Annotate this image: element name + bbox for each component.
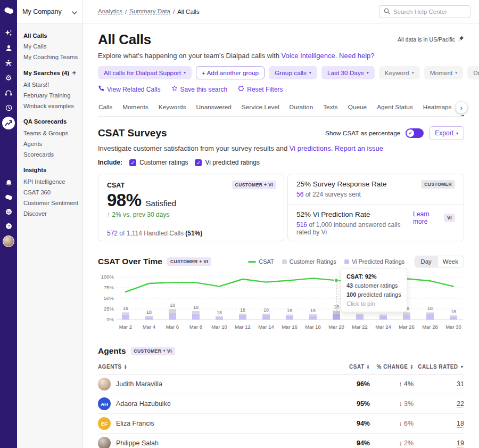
column-label: CSAT: [349, 364, 364, 370]
tooltip-line2: 100 predicted ratings: [346, 290, 401, 299]
vi-predictions-link[interactable]: Vi predictions.: [290, 144, 333, 152]
csat-over-time-chart[interactable]: 0%25%50%75%100%18Mar 218Mar 418Mar 618Ma…: [98, 272, 464, 333]
pin-icon[interactable]: [458, 36, 464, 43]
sidebar-item-teams-groups[interactable]: Teams & Groups: [23, 128, 76, 139]
user-avatar[interactable]: [3, 235, 14, 247]
caret-down-icon: ▾: [367, 70, 369, 75]
tab-agent-status[interactable]: Agent Status: [376, 100, 414, 116]
settings-icon[interactable]: ⚙: [0, 70, 17, 85]
sidebar-item-customer-sentiment[interactable]: Customer Sentiment: [23, 198, 76, 208]
analytics-active-icon[interactable]: [2, 117, 15, 129]
customer-ratings-checkbox-item[interactable]: ✓ Customer ratings: [129, 159, 188, 166]
legend-swatch: [282, 259, 287, 264]
chart-canvas[interactable]: 0%25%50%75%100%18Mar 218Mar 418Mar 618Ma…: [98, 272, 464, 333]
chip-label: Group calls: [275, 69, 307, 77]
cot-customer-vi-badge: CUSTOMER + VI: [167, 257, 211, 266]
svg-text:18: 18: [146, 309, 152, 315]
tab-keywords[interactable]: Keywords: [158, 100, 187, 116]
sidebar-item-february-training[interactable]: February Training: [23, 90, 76, 101]
filter-chip-all-calls-for-dialpad-support[interactable]: All calls for Dialpad Support▾: [98, 66, 192, 79]
view-related-calls-link[interactable]: View Related Calls: [98, 85, 161, 93]
ai-sparkle-icon[interactable]: [0, 26, 17, 40]
filter-chip-duration[interactable]: Duration▾: [467, 66, 479, 79]
sidebar-group-heading-label: QA Scorecards: [23, 118, 67, 125]
coaching-icon[interactable]: [0, 55, 17, 70]
calls-rated-value[interactable]: 31: [457, 380, 464, 388]
tab-duration[interactable]: Duration: [289, 100, 314, 116]
sidebar-item-agents[interactable]: Agents: [23, 139, 76, 149]
tab-texts[interactable]: Texts: [323, 100, 338, 116]
sidebar-item-discover[interactable]: Discover: [23, 208, 76, 219]
tab-calls[interactable]: Calls: [98, 100, 113, 116]
dialpad-mini-icon[interactable]: [0, 190, 17, 205]
breadcrumb-analytics[interactable]: Analytics: [98, 8, 122, 15]
filter-chip-last-30-days[interactable]: Last 30 Days▾: [321, 66, 375, 79]
breadcrumb-summary-data[interactable]: Summary Data: [129, 8, 170, 15]
sidebar-item-winback-examples[interactable]: Winback examples: [23, 101, 76, 111]
range-day[interactable]: Day: [415, 256, 436, 267]
save-this-search-link[interactable]: Save this search: [171, 85, 228, 93]
filter-chip-keyword[interactable]: Keyword▾: [379, 66, 420, 79]
surveys-sent-link[interactable]: 56: [296, 191, 303, 198]
customer-ratings-checkbox[interactable]: ✓: [129, 159, 136, 166]
rates-card: 25% Survey Response Rate 56 of 224 surve…: [287, 174, 464, 241]
page-subtitle: Explore what's happening on your team's …: [98, 52, 464, 60]
history-icon[interactable]: [0, 100, 17, 115]
feedback-smiley-icon[interactable]: [0, 205, 17, 219]
report-issue-link[interactable]: Report an issue: [335, 144, 383, 152]
tab-queue[interactable]: Queue: [348, 100, 367, 116]
notifications-icon[interactable]: [0, 176, 17, 190]
tabs-scroll-right-button[interactable]: ›: [456, 102, 467, 113]
filter-chip--add-another-group[interactable]: + Add another group: [196, 66, 265, 79]
csat-value: 94%: [357, 439, 370, 447]
sidebar-item-kpi-intelligence[interactable]: KPI Intelligence: [23, 176, 76, 187]
calls-rated-cell: 22: [414, 394, 464, 414]
column-header-csat[interactable]: CSAT▲▼: [327, 360, 370, 374]
rail-nav: ⚙: [0, 26, 17, 115]
sidebar-item-all-calls[interactable]: All Calls: [23, 30, 76, 41]
vi-badge: VI: [444, 214, 455, 222]
voice-intelligence-link[interactable]: Voice Intelligence.: [282, 52, 337, 60]
help-icon[interactable]: ?: [0, 219, 17, 233]
sidebar-item-all-stars-[interactable]: All Stars!!: [23, 79, 76, 90]
help-search[interactable]: [379, 5, 470, 18]
filter-chip-group-calls[interactable]: Group calls▾: [269, 66, 317, 79]
column-header-agents[interactable]: AGENTS▲▼: [98, 360, 327, 374]
support-headset-icon[interactable]: [0, 85, 17, 100]
help-search-input[interactable]: [393, 9, 466, 15]
add-search-button[interactable]: +: [72, 69, 76, 76]
handled-calls-link[interactable]: 572: [107, 230, 118, 237]
show-csat-toggle[interactable]: ✓: [406, 128, 424, 138]
sidebar-item-my-coaching-teams[interactable]: My Coaching Teams: [23, 52, 76, 62]
column-header--change[interactable]: % CHANGE▲▼: [370, 360, 414, 374]
dialpad-logo-icon[interactable]: [4, 5, 14, 17]
company-switcher[interactable]: My Company: [17, 0, 82, 23]
tab-service-level[interactable]: Service Level: [241, 100, 280, 116]
filter-chip-moment[interactable]: Moment▾: [424, 66, 464, 79]
need-help-link[interactable]: Need help?: [339, 52, 375, 60]
vi-predicted-checkbox-item[interactable]: ✓ Vi predicted ratings: [195, 159, 260, 166]
calls-rated-value[interactable]: 19: [457, 439, 464, 447]
calls-rated-value[interactable]: 18: [457, 420, 464, 428]
vi-prediction-row: 52% Vi Prediction Rate 516 of 1,000 inbo…: [288, 204, 464, 242]
tab-moments[interactable]: Moments: [122, 100, 149, 116]
learn-more-link[interactable]: Learn more: [413, 210, 439, 225]
reset-filters-link[interactable]: Reset Filters: [238, 85, 283, 93]
sidebar-item-my-calls[interactable]: My Calls: [23, 41, 76, 52]
handled-calls-line: 572 of 1,114 Handled Calls (51%): [107, 230, 275, 237]
tab-unanswered[interactable]: Unanswered: [196, 100, 232, 116]
contacts-icon[interactable]: [0, 40, 17, 55]
vi-rated-link[interactable]: 516: [296, 221, 307, 229]
range-week[interactable]: Week: [437, 256, 464, 267]
tab-heatmaps[interactable]: Heatmaps: [423, 100, 452, 116]
sidebar-item-scorecards[interactable]: Scorecards: [23, 149, 76, 160]
vi-predicted-checkbox[interactable]: ✓: [195, 159, 202, 166]
calls-rated-cell: 18: [414, 414, 464, 434]
column-header-calls-rated[interactable]: CALLS RATED▼: [414, 360, 464, 374]
svg-text:Mar 18: Mar 18: [305, 324, 321, 330]
sidebar-item-csat-360[interactable]: CSAT 360: [23, 187, 76, 198]
csat-cell: 95%: [327, 394, 370, 414]
svg-text:Mar 4: Mar 4: [143, 324, 155, 330]
calls-rated-value[interactable]: 22: [457, 400, 464, 408]
export-button[interactable]: Export ▾: [429, 126, 464, 140]
